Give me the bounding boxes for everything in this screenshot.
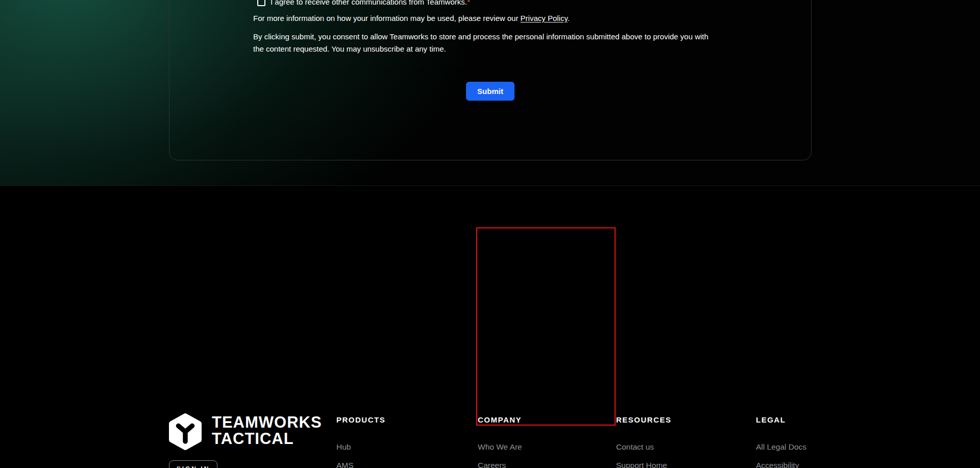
- footer-link-accessibility[interactable]: Accessibility: [756, 456, 806, 468]
- form-section: I agree to receive other communications …: [0, 0, 980, 186]
- footer-link-careers[interactable]: Careers: [478, 456, 522, 468]
- privacy-info-line: For more information on how your informa…: [253, 14, 570, 22]
- brand-name-line2: TACTICAL: [212, 431, 322, 447]
- sign-in-button[interactable]: SIGN IN: [169, 460, 217, 468]
- brand-name: TEAMWORKS TACTICAL: [212, 414, 322, 447]
- privacy-policy-link[interactable]: Privacy Policy: [521, 14, 568, 22]
- privacy-info-text: For more information on how your informa…: [253, 14, 521, 22]
- footer-link-contact-us[interactable]: Contact us: [616, 438, 672, 456]
- required-asterisk: *: [467, 0, 470, 6]
- footer-column-title-company: COMPANY: [478, 415, 522, 424]
- consent-checkbox-text: I agree to receive other communications …: [271, 0, 467, 6]
- footer-column-title-resources: RESOURCES: [616, 415, 672, 424]
- page: I agree to receive other communications …: [0, 0, 980, 468]
- footer-column-legal: LEGAL All Legal Docs Accessibility Priva…: [756, 415, 806, 468]
- footer-column-resources: RESOURCES Contact us Support Home Learni…: [616, 415, 672, 468]
- footer: TEAMWORKS TACTICAL SIGN IN (202) 875-893…: [0, 186, 980, 468]
- consent-checkbox-label: I agree to receive other communications …: [271, 0, 470, 6]
- footer-link-hub[interactable]: Hub: [336, 438, 385, 456]
- submit-button[interactable]: Submit: [466, 82, 514, 101]
- footer-link-all-legal-docs[interactable]: All Legal Docs: [756, 438, 806, 456]
- footer-column-products: PRODUCTS Hub AMS Nutrition: [336, 415, 385, 468]
- brand-logo[interactable]: TEAMWORKS TACTICAL: [168, 413, 322, 451]
- form-card: [169, 0, 812, 160]
- footer-link-who-we-are[interactable]: Who We Are: [478, 438, 522, 456]
- footer-link-support-home[interactable]: Support Home: [616, 456, 672, 468]
- privacy-info-period: .: [568, 14, 570, 22]
- consent-checkbox-row: I agree to receive other communications …: [257, 0, 470, 6]
- footer-column-title-legal: LEGAL: [756, 415, 806, 424]
- consent-paragraph: By clicking submit, you consent to allow…: [253, 31, 715, 55]
- brand-name-line1: TEAMWORKS: [212, 414, 322, 431]
- consent-checkbox[interactable]: [257, 0, 265, 6]
- footer-column-title-products: PRODUCTS: [336, 415, 385, 424]
- teamworks-hexagon-icon: [168, 413, 202, 451]
- footer-column-company: COMPANY Who We Are Careers: [478, 415, 522, 468]
- footer-link-ams[interactable]: AMS: [336, 456, 385, 468]
